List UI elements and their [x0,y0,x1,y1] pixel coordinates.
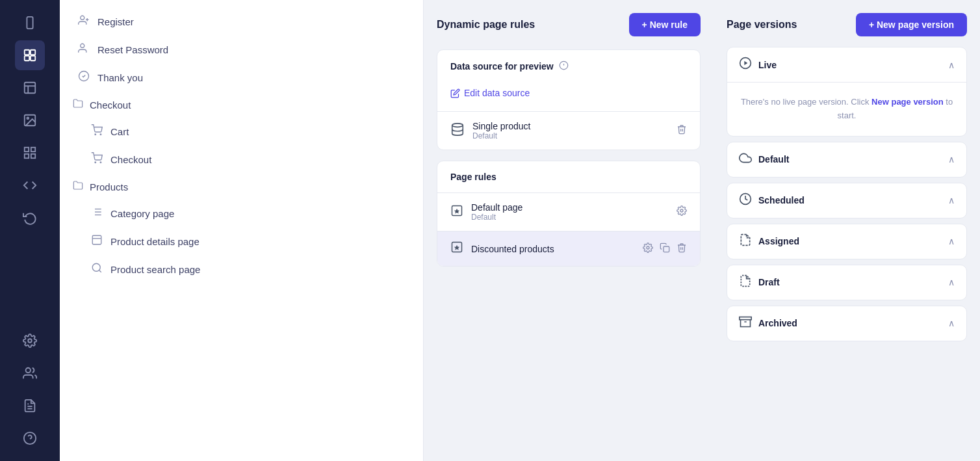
doc-dashed-icon [739,233,752,250]
svg-rect-1 [25,50,29,55]
page-item-category[interactable]: Category page [73,200,423,228]
edit-data-source-link[interactable]: Edit data source [437,83,700,111]
svg-rect-12 [25,154,29,158]
archive-icon [739,315,752,332]
version-section-default-header[interactable]: Default ∧ [727,142,966,177]
page-item-checkout[interactable]: Checkout [73,146,423,174]
svg-rect-10 [25,148,29,151]
svg-rect-13 [31,154,35,158]
archived-chevron-icon: ∧ [948,318,955,328]
edit-data-source-label: Edit data source [464,88,530,98]
version-section-scheduled-left: Scheduled [739,192,805,209]
checkout-folder[interactable]: Checkout [60,92,423,118]
version-section-scheduled-header[interactable]: Scheduled ∧ [727,183,966,218]
svg-point-9 [27,117,29,119]
database-icon [450,122,465,140]
product-search-label: Product search page [110,264,200,275]
register-label: Register [97,16,134,27]
layout-icon[interactable] [15,73,45,103]
svg-point-15 [26,368,31,373]
svg-rect-53 [740,317,751,319]
svg-marker-51 [744,61,747,66]
star-page-icon2 [450,241,463,257]
new-rule-button[interactable]: + New rule [629,13,701,36]
checkout-label: Checkout [110,154,151,165]
cloud-icon [739,151,752,168]
rule-item-default: Default page Default [437,192,700,231]
thank-you-label: Thank you [97,72,143,83]
rule-discounted-duplicate-icon[interactable] [660,243,670,256]
list-icon [91,206,103,221]
default-label: Default [758,154,789,165]
version-section-assigned-header[interactable]: Assigned ∧ [727,224,966,259]
person-icon2 [78,42,90,57]
version-section-archived: Archived ∧ [727,306,967,341]
versions-panel: Page versions + New page version Live ∧ … [714,0,980,461]
check-circle-icon [78,70,90,85]
page-item-reset-password[interactable]: Reset Password [60,36,423,64]
version-section-live-left: Live [739,57,777,73]
data-source-card: Data source for preview Edit data source… [437,49,701,150]
rule-settings-icon[interactable] [677,205,687,218]
new-version-button[interactable]: + New page version [856,13,967,36]
folder-icon [73,98,83,111]
data-source-name: Single product [472,121,669,131]
svg-rect-3 [25,56,29,60]
search-icon [91,262,103,277]
star-page-icon [450,204,463,220]
version-live-empty: There's no live page version. Click New … [739,96,955,123]
svg-rect-2 [31,50,35,55]
version-section-draft-header[interactable]: Draft ∧ [727,265,966,300]
rule-discounted-actions [643,243,687,256]
undo-icon[interactable] [15,203,45,233]
svg-point-45 [680,209,683,212]
page-item-register[interactable]: Register [60,8,423,36]
page-item-product-search[interactable]: Product search page [73,256,423,283]
svg-point-27 [95,162,96,163]
rule-discounted-settings-icon[interactable] [643,243,653,256]
pages-icon[interactable] [15,40,45,70]
svg-rect-11 [31,148,35,151]
version-live-empty-link[interactable]: New page version [871,97,944,107]
svg-marker-44 [454,208,459,213]
data-source-title: Data source for preview [450,61,554,72]
data-source-item: Single product Default [437,112,700,150]
version-section-live: Live ∧ There's no live page version. Cli… [727,47,967,137]
delete-data-source-icon[interactable] [677,124,687,137]
code-icon[interactable] [15,170,45,200]
version-section-draft-left: Draft [739,274,780,291]
data-source-header: Data source for preview [437,50,700,83]
version-section-default-left: Default [739,151,789,168]
rule-default-info: Default page Default [471,202,669,222]
team-icon[interactable] [15,358,45,388]
cart-icon2 [91,152,103,167]
help-icon[interactable] [15,423,45,453]
sidebar [0,0,60,461]
versions-panel-title: Page versions [727,19,797,31]
version-section-live-header[interactable]: Live ∧ [727,47,966,82]
rule-discounted-delete-icon[interactable] [677,243,687,256]
person-icon [78,14,90,29]
mobile-icon[interactable] [15,8,45,38]
rule-default-name: Default page [471,202,669,213]
svg-point-20 [81,16,84,20]
rule-discounted-info: Discounted products [471,244,635,254]
page-item-cart[interactable]: Cart [73,118,423,146]
svg-line-38 [99,270,101,272]
image-icon[interactable] [15,105,45,135]
assigned-chevron-icon: ∧ [948,236,955,246]
page-item-thank-you[interactable]: Thank you [60,64,423,92]
products-folder[interactable]: Products [60,174,423,200]
widgets-icon[interactable] [15,138,45,168]
live-chevron-icon: ∧ [948,60,955,70]
settings-icon[interactable] [15,326,45,356]
draft-chevron-icon: ∧ [948,277,955,287]
svg-rect-0 [27,17,32,29]
reports-icon[interactable] [15,391,45,421]
rules-panel-title: Dynamic page rules [437,19,535,31]
svg-point-26 [100,134,101,135]
folder-icon2 [73,180,83,193]
page-item-product-details[interactable]: Product details page [73,228,423,256]
data-source-info: Single product Default [472,121,669,140]
version-section-archived-header[interactable]: Archived ∧ [727,306,966,341]
